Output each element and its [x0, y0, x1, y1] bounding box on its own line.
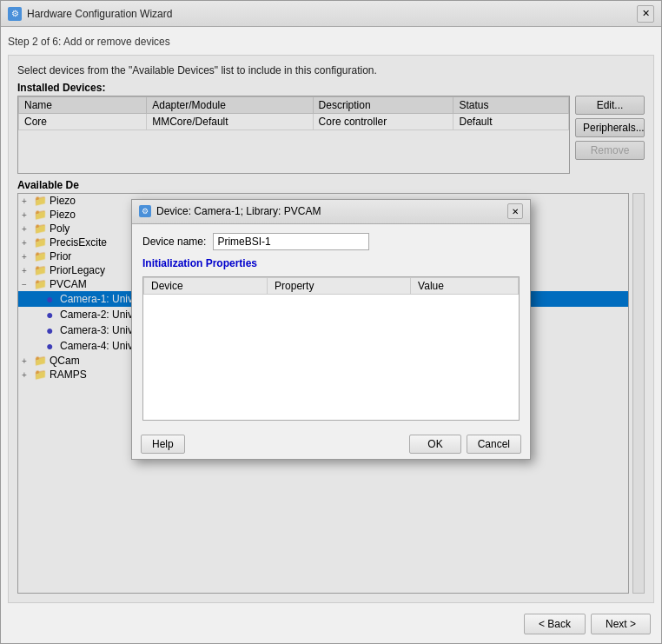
- cancel-button[interactable]: Cancel: [467, 435, 521, 454]
- back-button[interactable]: < Back: [524, 614, 586, 634]
- props-table-container: Device Property Value: [142, 276, 520, 421]
- bottom-buttons: < Back Next >: [8, 608, 654, 636]
- app-icon: ⚙: [8, 7, 22, 21]
- device-name-label: Device name:: [142, 236, 206, 248]
- dialog-footer-right: OK Cancel: [409, 435, 521, 454]
- init-props-label: Initialization Properties: [142, 257, 520, 269]
- device-name-row: Device name:: [142, 233, 520, 250]
- dialog-close-button[interactable]: ✕: [507, 203, 523, 219]
- props-col-property: Property: [268, 277, 411, 294]
- title-bar-left: ⚙ Hardware Configuration Wizard: [8, 7, 172, 21]
- props-col-device: Device: [144, 277, 268, 294]
- window-title: Hardware Configuration Wizard: [27, 8, 172, 20]
- dialog-title: Device: Camera-1; Library: PVCAM: [156, 205, 321, 217]
- dialog-title-bar: ⚙ Device: Camera-1; Library: PVCAM ✕: [132, 200, 530, 224]
- window-content: Step 2 of 6: Add or remove devices Selec…: [1, 27, 661, 643]
- title-bar: ⚙ Hardware Configuration Wizard ✕: [1, 1, 661, 27]
- window-close-button[interactable]: ✕: [637, 5, 654, 23]
- props-table: Device Property Value: [143, 277, 519, 295]
- main-window: ⚙ Hardware Configuration Wizard ✕ Step 2…: [0, 0, 662, 644]
- dialog-footer: Help OK Cancel: [132, 429, 530, 459]
- ok-button[interactable]: OK: [409, 435, 460, 454]
- help-button[interactable]: Help: [141, 435, 185, 454]
- device-name-input[interactable]: [213, 233, 369, 250]
- dialog-title-left: ⚙ Device: Camera-1; Library: PVCAM: [139, 205, 321, 217]
- dialog: ⚙ Device: Camera-1; Library: PVCAM ✕ Dev…: [131, 199, 531, 460]
- step-label: Step 2 of 6: Add or remove devices: [8, 34, 654, 50]
- dialog-body: Device name: Initialization Properties D…: [132, 224, 530, 429]
- dialog-overlay: ⚙ Device: Camera-1; Library: PVCAM ✕ Dev…: [9, 56, 653, 602]
- next-button[interactable]: Next >: [591, 614, 651, 634]
- dialog-icon: ⚙: [139, 205, 151, 217]
- props-col-value: Value: [411, 277, 519, 294]
- main-panel: Select devices from the "Available Devic…: [8, 55, 654, 603]
